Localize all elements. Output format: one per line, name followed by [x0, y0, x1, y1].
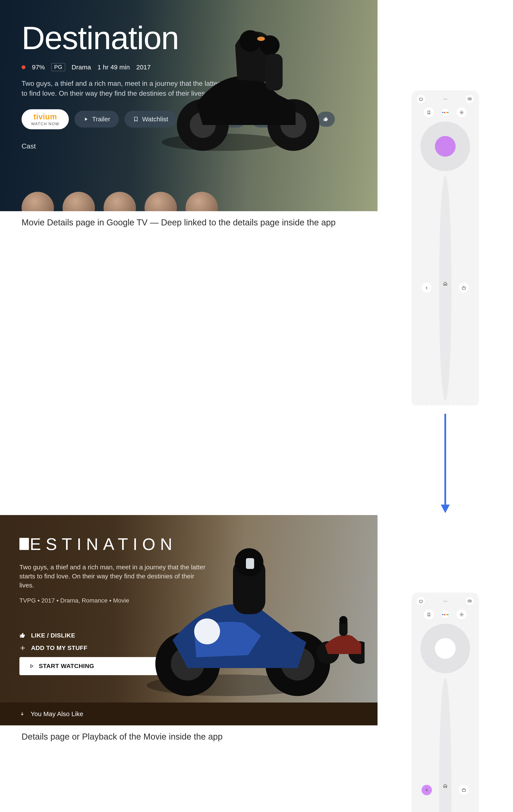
rating-percent: 97% — [32, 64, 45, 71]
add-label: ADD TO MY STUFF — [31, 644, 88, 651]
back-button[interactable] — [422, 283, 432, 293]
play-outline-icon — [29, 664, 34, 669]
svg-rect-30 — [462, 789, 465, 791]
hero-art-motorcycle-2 — [138, 539, 364, 702]
title-initial-block — [20, 538, 29, 550]
bookmark-button[interactable] — [424, 609, 434, 620]
you-may-also-like[interactable]: You May Also Like — [0, 702, 378, 725]
input-button[interactable] — [465, 597, 474, 606]
app-details: ESTINATION Two guys, a thief and a rich … — [0, 515, 378, 725]
caption-2: Details page or Playback of the Movie in… — [0, 725, 378, 754]
input-button[interactable] — [465, 95, 474, 104]
ok-button[interactable] — [435, 136, 456, 157]
pg-badge: PG — [51, 63, 65, 71]
live-tv-button[interactable] — [459, 283, 469, 293]
assistant-button[interactable] — [441, 611, 449, 618]
mic-indicator — [443, 99, 448, 99]
home-button[interactable] — [439, 678, 451, 812]
svg-marker-14 — [441, 505, 450, 513]
home-button[interactable] — [439, 176, 451, 400]
svg-point-8 — [257, 37, 265, 41]
like-label: LIKE / DISLIKE — [31, 632, 75, 639]
remote-control-2 — [412, 592, 479, 812]
live-tv-button[interactable] — [459, 785, 469, 795]
svg-rect-23 — [246, 558, 254, 569]
cast-row — [22, 192, 218, 211]
dpad[interactable] — [421, 624, 470, 673]
bookmark-icon — [133, 116, 139, 122]
youmay-label: You May Also Like — [31, 710, 83, 718]
svg-point-29 — [461, 614, 462, 615]
svg-rect-12 — [462, 287, 465, 289]
svg-rect-7 — [265, 54, 282, 90]
power-button[interactable] — [416, 597, 425, 606]
settings-button[interactable] — [457, 609, 467, 620]
provider-brand: tivium — [33, 112, 57, 121]
provider-sub: WATCH NOW — [31, 122, 59, 126]
bookmark-button[interactable] — [424, 107, 434, 118]
arrow-down-icon — [20, 711, 25, 717]
assistant-button[interactable] — [441, 109, 449, 116]
remote-control-1 — [412, 90, 479, 405]
google-tv-details: Destination 97% PG Drama 1 hr 49 min 201… — [0, 0, 378, 211]
trailer-button[interactable]: Trailer — [75, 111, 119, 127]
genre: Drama — [72, 64, 91, 71]
mic-indicator — [443, 601, 448, 602]
flow-arrow-1 — [437, 412, 454, 515]
play-icon — [83, 116, 89, 122]
plus-icon — [20, 645, 26, 651]
dpad[interactable] — [421, 121, 470, 171]
trailer-label: Trailer — [92, 116, 110, 123]
svg-point-20 — [194, 618, 220, 644]
watch-now-button[interactable]: tivium WATCH NOW — [22, 109, 69, 129]
year: 2017 — [136, 64, 151, 71]
hero-art-motorcycle — [158, 13, 352, 164]
ok-button[interactable] — [435, 638, 456, 659]
thumb-up-icon — [20, 632, 26, 639]
tomato-icon — [22, 65, 25, 69]
runtime: 1 hr 49 min — [98, 64, 130, 71]
svg-point-5 — [240, 30, 261, 52]
settings-button[interactable] — [457, 107, 467, 118]
start-watching-button[interactable]: START WATCHING — [20, 657, 158, 675]
back-button-highlighted[interactable] — [422, 785, 432, 795]
svg-point-11 — [461, 112, 462, 113]
caption-1: Movie Details page in Google TV — Deep l… — [0, 211, 378, 240]
power-button[interactable] — [416, 95, 425, 104]
start-label: START WATCHING — [39, 663, 94, 670]
svg-point-27 — [339, 616, 348, 624]
